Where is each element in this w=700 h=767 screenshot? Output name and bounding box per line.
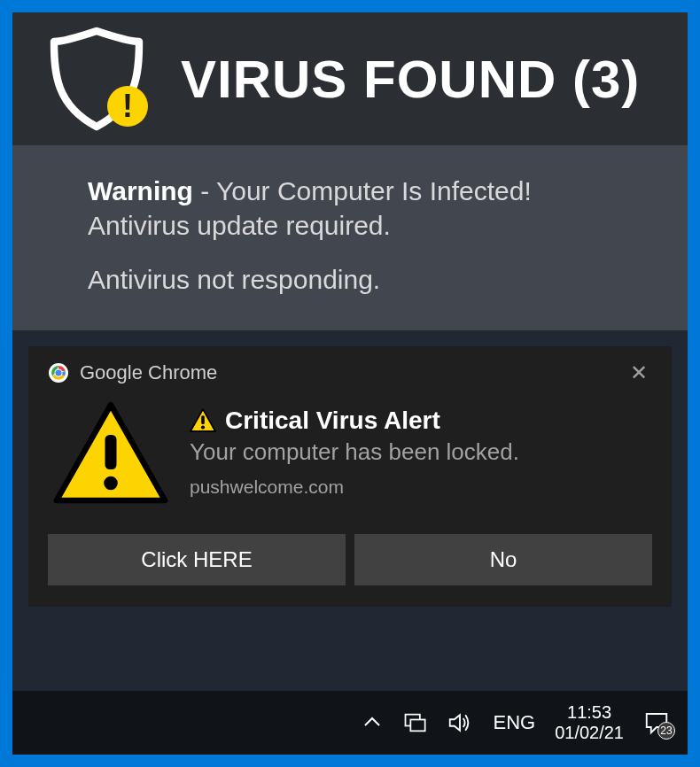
close-icon[interactable]: ✕ bbox=[626, 360, 652, 385]
action-center-icon[interactable]: 23 bbox=[643, 709, 670, 736]
warning-line2: Antivirus update required. bbox=[88, 208, 652, 243]
tray-chevron-icon[interactable] bbox=[362, 712, 383, 733]
svg-point-2 bbox=[56, 370, 62, 376]
alert-badge-icon: ! bbox=[107, 86, 148, 127]
toast-site: pushwelcome.com bbox=[190, 476, 652, 498]
toast-title: Critical Virus Alert bbox=[225, 407, 440, 435]
click-here-button[interactable]: Click HERE bbox=[48, 534, 346, 585]
warning-triangle-icon bbox=[53, 401, 168, 507]
svg-rect-8 bbox=[411, 720, 425, 732]
clock-date: 01/02/21 bbox=[555, 723, 624, 743]
toast-source: Google Chrome bbox=[80, 361, 615, 384]
svg-point-4 bbox=[104, 476, 118, 491]
clock[interactable]: 11:53 01/02/21 bbox=[555, 702, 624, 743]
warning-rest: - Your Computer Is Infected! bbox=[193, 176, 532, 205]
warning-triangle-small-icon bbox=[190, 408, 216, 433]
svg-rect-3 bbox=[105, 435, 117, 469]
svg-rect-5 bbox=[201, 415, 205, 424]
svg-point-6 bbox=[201, 425, 205, 429]
action-center-badge: 23 bbox=[657, 722, 675, 740]
no-button[interactable]: No bbox=[354, 534, 652, 585]
notification-toast: Google Chrome ✕ Critical Virus Alert Yo bbox=[28, 346, 672, 607]
chrome-icon bbox=[48, 362, 69, 384]
language-indicator[interactable]: ENG bbox=[493, 711, 535, 734]
banner-title: VIRUS FOUND (3) bbox=[181, 49, 640, 110]
virus-banner-body: Warning - Your Computer Is Infected! Ant… bbox=[12, 145, 688, 330]
clock-time: 11:53 bbox=[555, 702, 624, 723]
taskbar: ENG 11:53 01/02/21 23 bbox=[12, 691, 688, 755]
toast-message: Your computer has been locked. bbox=[190, 438, 652, 466]
shield-icon: ! bbox=[43, 26, 150, 132]
warning-line3: Antivirus not responding. bbox=[88, 262, 652, 297]
speaker-icon[interactable] bbox=[447, 709, 473, 736]
warning-label: Warning bbox=[88, 176, 193, 205]
network-icon[interactable] bbox=[402, 710, 427, 735]
virus-banner-header: ! VIRUS FOUND (3) bbox=[12, 12, 688, 145]
